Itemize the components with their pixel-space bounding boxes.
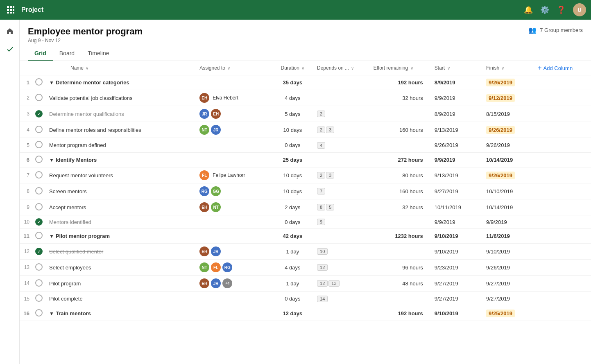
table-row: 3 ✓ Determine mentor qualifications JREH…	[20, 106, 591, 122]
help-icon[interactable]: ❓	[557, 5, 566, 14]
user-avatar[interactable]: U	[573, 3, 586, 16]
task-check[interactable]	[35, 187, 43, 194]
task-name: Determine mentor categories	[56, 79, 129, 86]
extra-cell	[534, 106, 591, 122]
finish-date: 9/12/2019	[486, 94, 515, 102]
group-chevron[interactable]: ▼	[49, 80, 54, 86]
tab-timeline[interactable]: Timeline	[81, 47, 115, 61]
group-chevron[interactable]: ▼	[49, 233, 54, 239]
start-cell: 9/10/2019	[431, 306, 483, 321]
row-num: 9	[20, 199, 32, 215]
sidebar-tasks[interactable]	[2, 41, 18, 57]
col-header-name[interactable]: Name ∨	[46, 61, 196, 75]
col-header-start[interactable]: Start ∨	[431, 61, 483, 75]
start-date: 8/9/2019	[435, 79, 455, 86]
check-cell[interactable]	[32, 153, 46, 167]
tab-bar: Grid Board Timeline	[20, 43, 591, 61]
extra-cell	[534, 183, 591, 199]
depends-cell: 4	[314, 138, 370, 153]
project-dates: Aug 9 - Nov 12	[28, 38, 143, 43]
task-check[interactable]	[35, 279, 43, 287]
depends-cell: 9	[314, 215, 370, 229]
task-check[interactable]	[35, 141, 43, 148]
name-cell: Define mentor roles and responsiblities	[46, 122, 196, 138]
assigned-cell	[196, 229, 272, 244]
task-check-done[interactable]: ✓	[35, 110, 43, 118]
effort-value: 32 hours	[402, 95, 423, 101]
name-cell: Pilot program	[46, 276, 196, 292]
assigned-cell	[196, 292, 272, 306]
start-date: 9/10/2019	[435, 249, 458, 255]
extra-cell	[534, 215, 591, 229]
duration-cell: 0 days	[272, 138, 314, 153]
check-cell[interactable]	[32, 138, 46, 153]
task-check[interactable]	[35, 156, 43, 163]
dep-badge: 10	[317, 248, 328, 255]
task-check[interactable]	[35, 78, 43, 86]
waffle-icon[interactable]	[5, 4, 16, 16]
check-cell[interactable]: ✓	[32, 215, 46, 229]
check-cell[interactable]: ✓	[32, 244, 46, 260]
col-header-effort[interactable]: Effort remaining ∨	[370, 61, 431, 75]
row-num: 7	[20, 167, 32, 183]
row-num: 12	[20, 244, 32, 260]
col-header-finish[interactable]: Finish ∨	[483, 61, 534, 75]
settings-icon[interactable]: ⚙️	[540, 5, 549, 14]
effort-cell	[370, 244, 431, 260]
start-cell: 9/23/2019	[431, 260, 483, 276]
check-cell[interactable]	[32, 183, 46, 199]
task-check[interactable]	[35, 203, 43, 210]
svg-rect-3	[7, 9, 9, 11]
assigned-cell	[196, 306, 272, 321]
finish-date: 9/26/2019	[486, 79, 515, 86]
bell-icon[interactable]: 🔔	[524, 5, 533, 14]
task-check-done[interactable]: ✓	[35, 218, 43, 226]
depends-cell: 7	[314, 183, 370, 199]
check-cell[interactable]	[32, 75, 46, 90]
finish-date: 9/10/2019	[486, 249, 510, 255]
task-check[interactable]	[35, 126, 43, 133]
check-cell[interactable]	[32, 229, 46, 244]
task-check[interactable]	[35, 263, 43, 271]
avatar: RG	[199, 186, 209, 196]
check-cell[interactable]	[32, 167, 46, 183]
start-cell: 8/9/2019	[431, 75, 483, 90]
finish-date: 9/25/2019	[486, 310, 515, 317]
effort-cell: 192 hours	[370, 75, 431, 90]
avatar: EH	[211, 109, 221, 119]
finish-cell: 9/27/2019	[483, 292, 534, 306]
depends-cell	[314, 153, 370, 167]
group-members[interactable]: 👥 7 Group members	[528, 26, 583, 34]
col-header-assigned[interactable]: Assigned to ∨	[196, 61, 272, 75]
check-cell[interactable]	[32, 122, 46, 138]
task-check-done[interactable]: ✓	[35, 248, 43, 255]
col-header-add[interactable]: + Add Column	[534, 61, 591, 75]
depends-cell: 12	[314, 260, 370, 276]
task-check[interactable]	[35, 294, 43, 302]
svg-rect-8	[13, 12, 14, 14]
sidebar-home[interactable]	[2, 23, 18, 39]
check-cell[interactable]	[32, 90, 46, 106]
check-cell[interactable]	[32, 292, 46, 306]
task-check[interactable]	[35, 309, 43, 317]
col-header-depends[interactable]: Depends on ... ∨	[314, 61, 370, 75]
task-check[interactable]	[35, 232, 43, 239]
task-check[interactable]	[35, 94, 43, 101]
group-chevron[interactable]: ▼	[49, 311, 54, 317]
assigned-cell	[196, 153, 272, 167]
check-cell[interactable]	[32, 276, 46, 292]
avatar: EH	[199, 246, 209, 256]
tab-board[interactable]: Board	[53, 47, 81, 61]
name-cell: ▼Determine mentor categories	[46, 75, 196, 90]
check-cell[interactable]	[32, 199, 46, 215]
extra-cell	[534, 167, 591, 183]
tab-grid[interactable]: Grid	[28, 47, 53, 61]
effort-cell: 160 hours	[370, 122, 431, 138]
col-header-duration[interactable]: Duration ∨	[272, 61, 314, 75]
task-check[interactable]	[35, 171, 43, 179]
check-cell[interactable]	[32, 260, 46, 276]
group-chevron[interactable]: ▼	[49, 157, 54, 163]
assigned-cell: EHElva Hebert	[196, 90, 272, 106]
check-cell[interactable]	[32, 306, 46, 321]
check-cell[interactable]: ✓	[32, 106, 46, 122]
